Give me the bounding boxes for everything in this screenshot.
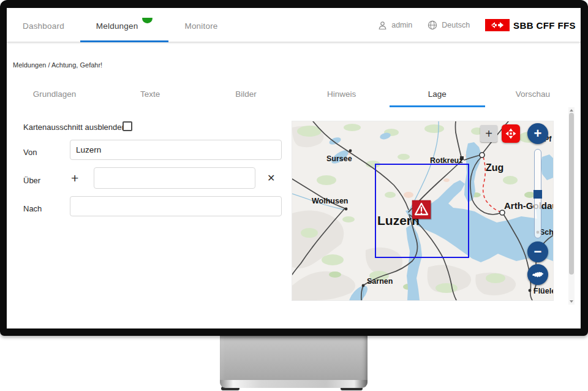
tab-label: Lage bbox=[428, 89, 447, 99]
sbb-arrow-icon bbox=[485, 19, 510, 31]
monitor-stand-base bbox=[220, 380, 368, 388]
tab-label: Bilder bbox=[235, 89, 257, 99]
von-label: Von bbox=[23, 148, 37, 157]
user-menu[interactable]: admin bbox=[378, 21, 412, 30]
label-schwyz: Schwyz bbox=[540, 228, 553, 237]
tab-lage[interactable]: Lage bbox=[390, 80, 485, 107]
pan-arrows-icon bbox=[505, 127, 517, 140]
map-expand-button[interactable]: + bbox=[480, 125, 497, 142]
tab-bilder[interactable]: Bilder bbox=[198, 80, 293, 107]
language-menu[interactable]: Deutsch bbox=[428, 20, 470, 30]
hide-map-checkbox[interactable] bbox=[123, 121, 132, 131]
label-sarnen: Sarnen bbox=[367, 277, 393, 286]
clear-via-button[interactable]: ✕ bbox=[267, 173, 275, 183]
nav-label: Meldungen bbox=[96, 21, 138, 31]
scrollbar-thumb[interactable] bbox=[569, 113, 574, 275]
user-name: admin bbox=[391, 21, 412, 29]
page-background: Dashboard Meldungen Monitore bbox=[0, 0, 588, 391]
zoom-in-button[interactable]: + bbox=[527, 123, 548, 144]
zoom-out-button[interactable]: − bbox=[527, 241, 548, 262]
brand-text: SBB CFF FFS bbox=[513, 20, 576, 31]
screen: Dashboard Meldungen Monitore bbox=[7, 8, 581, 328]
zoom-slider-handle[interactable] bbox=[533, 190, 542, 199]
header-right-group: admin Deutsch bbox=[378, 8, 576, 42]
scrollbar-up-arrow-icon[interactable] bbox=[570, 109, 573, 112]
warning-marker-icon[interactable] bbox=[412, 200, 432, 220]
nav-item-meldungen[interactable]: Meldungen bbox=[80, 8, 169, 42]
notification-badge-icon bbox=[142, 18, 153, 23]
sbb-logo: SBB CFF FFS bbox=[485, 19, 576, 31]
nav-label: Dashboard bbox=[23, 21, 64, 31]
label-arth-goldau: Arth-Goldau bbox=[504, 200, 553, 211]
add-via-button[interactable]: + bbox=[71, 172, 78, 184]
breadcrumb: Meldungen / Achtung, Gefahr! bbox=[13, 61, 102, 69]
monitor-stand bbox=[220, 335, 368, 381]
map-canvas[interactable]: Sursee Rotkreuz Zug Wolhusen Arth-Goldau… bbox=[292, 121, 553, 300]
map-pan-button[interactable] bbox=[502, 124, 520, 143]
tab-grundlagen[interactable]: Grundlagen bbox=[7, 80, 102, 107]
tab-label: Vorschau bbox=[516, 89, 550, 99]
hide-map-label: Kartenausschnitt ausblenden bbox=[23, 123, 126, 132]
zoom-slider[interactable] bbox=[534, 149, 541, 238]
label-wolhusen: Wolhusen bbox=[312, 197, 349, 205]
tab-label: Grundlagen bbox=[33, 89, 77, 99]
nav-item-monitore[interactable]: Monitore bbox=[168, 8, 233, 42]
user-icon bbox=[378, 21, 387, 30]
ueber-label: Über bbox=[23, 176, 40, 185]
globe-icon bbox=[428, 20, 437, 30]
tab-bar: Grundlagen Texte Bilder Hinweis Lage Vor… bbox=[7, 80, 581, 107]
label-fluelen: Flüelen bbox=[533, 287, 553, 295]
app-header: Dashboard Meldungen Monitore bbox=[7, 8, 581, 42]
language-label: Deutsch bbox=[442, 21, 470, 29]
vertical-scrollbar[interactable] bbox=[568, 107, 575, 305]
ueber-input[interactable] bbox=[94, 167, 255, 189]
main-nav: Dashboard Meldungen Monitore bbox=[7, 8, 234, 42]
reset-extent-button[interactable] bbox=[527, 264, 548, 285]
von-input[interactable] bbox=[70, 140, 282, 160]
scrollbar-down-arrow-icon[interactable] bbox=[570, 300, 573, 303]
tab-hinweis[interactable]: Hinweis bbox=[294, 80, 390, 107]
label-rotkreuz: Rotkreuz bbox=[430, 156, 462, 165]
monitor-bezel: Dashboard Meldungen Monitore bbox=[0, 0, 588, 336]
nav-item-dashboard[interactable]: Dashboard bbox=[7, 8, 80, 42]
switzerland-icon bbox=[532, 270, 544, 279]
tab-texte[interactable]: Texte bbox=[102, 80, 198, 107]
tab-vorschau[interactable]: Vorschau bbox=[485, 80, 581, 107]
nav-label: Monitore bbox=[184, 21, 217, 31]
tab-label: Texte bbox=[140, 89, 160, 99]
label-zug: Zug bbox=[486, 162, 503, 173]
nach-label: Nach bbox=[23, 204, 42, 213]
nach-input[interactable] bbox=[70, 196, 282, 216]
label-sursee: Sursee bbox=[326, 154, 352, 163]
tab-label: Hinweis bbox=[327, 89, 356, 99]
